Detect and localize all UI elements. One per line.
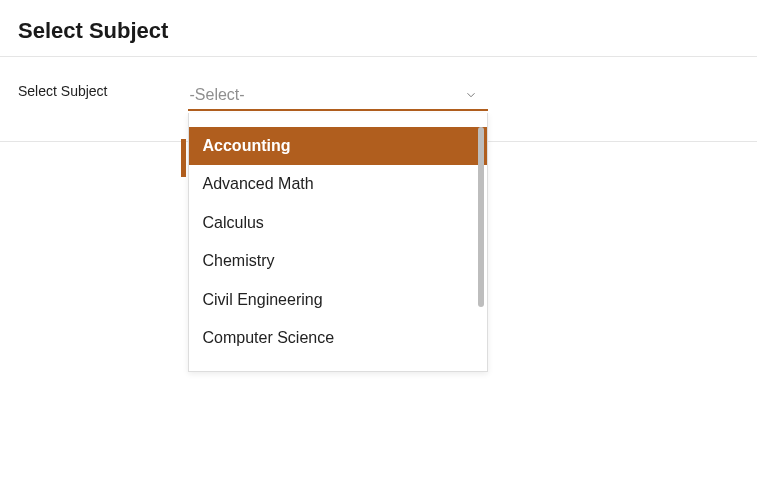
dropdown-option[interactable]: Chemistry [189,242,487,280]
select-placeholder: -Select- [190,86,245,104]
page-header: Select Subject [0,0,757,56]
chevron-down-icon [464,88,478,102]
subject-label: Select Subject [18,81,108,99]
form-section: Select Subject -Select- Accounting Advan… [0,57,757,141]
accent-bar [181,139,186,177]
page-title: Select Subject [18,18,739,44]
scrollbar[interactable] [478,127,484,307]
dropdown-option[interactable]: Advanced Math [189,165,487,203]
dropdown-option[interactable]: Civil Engineering [189,281,487,319]
subject-dropdown: Accounting Advanced Math Calculus Chemis… [188,113,488,372]
dropdown-option[interactable]: Computer Science [189,319,487,357]
subject-select[interactable]: -Select- [188,81,488,111]
dropdown-option[interactable]: Accounting [189,127,487,165]
subject-select-wrapper: -Select- Accounting Advanced Math Calcul… [188,81,488,111]
dropdown-option[interactable]: Calculus [189,204,487,242]
